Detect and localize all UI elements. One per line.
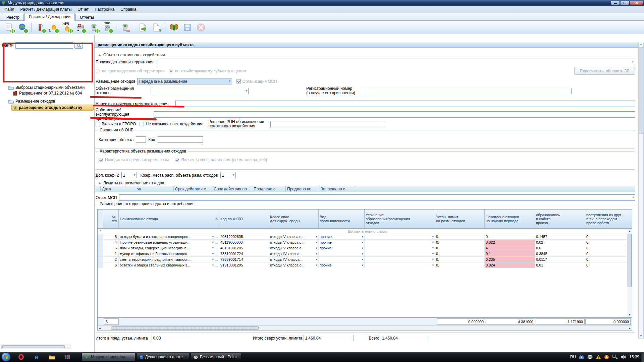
cell-num[interactable]: 6 <box>103 262 119 268</box>
msp-report-combo[interactable] <box>119 194 635 201</box>
coef2-select[interactable]: 1 <box>121 172 137 178</box>
scroll-down-icon[interactable] <box>639 334 643 338</box>
cell-accumulated[interactable]: 0.1 <box>485 251 535 256</box>
cell-received[interactable]: 0. <box>585 262 632 268</box>
cell-num[interactable]: 3 <box>103 234 119 239</box>
taskbar-button-module[interactable]: Модуль природопо... <box>82 353 135 361</box>
cell-industry[interactable]: прочие <box>319 262 365 268</box>
explorer-folder-icon[interactable] <box>46 352 58 362</box>
table-row[interactable]: 2смет с территории предприятия малооп...… <box>98 257 632 262</box>
ellipsis-button[interactable] <box>214 252 218 256</box>
coef-place-select[interactable]: 1 <box>220 172 236 178</box>
cell-fkko[interactable]: 46101001205 <box>219 245 269 251</box>
cell-fkko[interactable]: 43119000000 <box>219 240 269 245</box>
cell-hazard-class[interactable]: отходы IV класса... <box>269 251 319 256</box>
export-document-icon[interactable] <box>137 22 149 33</box>
add-waste-placement-icon[interactable]: ♻ <box>88 22 100 33</box>
export-excel-icon[interactable]: x <box>151 22 162 33</box>
cell-received[interactable]: 0. <box>585 240 632 245</box>
maximize-button[interactable] <box>620 1 629 5</box>
polygon-checkbox[interactable] <box>175 158 179 162</box>
show-desktop-button[interactable] <box>641 352 644 362</box>
cell-clarification[interactable] <box>365 234 435 239</box>
menu-item-file[interactable]: Файл <box>1 6 17 12</box>
tab-registry[interactable]: Реестр <box>2 14 24 20</box>
cell-hazard-class[interactable]: отходы V класса о... <box>269 262 319 268</box>
menu-item-help[interactable]: Справка <box>117 6 139 12</box>
menu-item-settings[interactable]: Настройка <box>92 6 117 12</box>
table-row[interactable]: 3отходы бумаги и картона от канцелярск..… <box>98 234 632 240</box>
clock[interactable]: 15:39 <box>629 355 639 359</box>
cell-num[interactable]: 5 <box>103 245 119 251</box>
cell-name[interactable]: отходы бумаги и картона от канцелярск... <box>119 234 219 239</box>
radio-by-territory[interactable] <box>96 69 100 73</box>
tab-reports[interactable]: Отчеты <box>75 14 98 20</box>
cell-name[interactable]: смет с территории предприятия малооп... <box>119 257 219 262</box>
vscroll-thumb[interactable] <box>639 47 643 134</box>
object-placement-combo[interactable] <box>151 88 249 94</box>
cell-accumulated[interactable]: 4. <box>485 245 535 251</box>
table-row[interactable]: 1мусор от офисных и бытовых помещен...73… <box>98 251 632 257</box>
ellipsis-button[interactable] <box>214 240 218 244</box>
ellipsis-button[interactable] <box>214 257 218 261</box>
cell-clarification[interactable] <box>365 262 435 268</box>
prom-zone-checkbox[interactable] <box>99 158 103 162</box>
cell-limit[interactable]: 0. <box>435 251 485 256</box>
groro-checkbox[interactable] <box>96 122 100 126</box>
section-limits[interactable]: Лимиты на размещение отходов <box>98 181 164 185</box>
cell-received[interactable]: 0. <box>585 251 632 256</box>
category-input[interactable] <box>136 136 146 143</box>
scroll-right-icon[interactable] <box>628 326 632 330</box>
cell-fkko[interactable]: 73339001714 <box>219 257 269 262</box>
cell-produced[interactable]: 0.6 <box>535 245 585 251</box>
tab-calculations[interactable]: Расчеты / Декларации <box>24 13 75 21</box>
tree-item-waste-placement-selected[interactable]: ♻ размещение отходов хозяйству <box>11 105 94 111</box>
add-calculation-icon[interactable] <box>3 22 15 33</box>
tree-folder-emissions[interactable]: Выбросы стационарными объектами <box>8 84 85 90</box>
avast-tray-icon[interactable] <box>604 354 609 360</box>
cell-hazard-class[interactable]: отходы V класса о... <box>269 245 319 251</box>
add-water-discharge-icon[interactable] <box>75 22 86 33</box>
app-grid-icon[interactable] <box>62 352 73 362</box>
cell-name[interactable]: Прочие резиновые изделия, утративши... <box>119 240 219 245</box>
cell-hazard-class[interactable]: отходы IV класса... <box>269 257 319 262</box>
address-input[interactable] <box>175 101 635 107</box>
warning-tray-icon[interactable] <box>596 354 601 360</box>
grand-total-input[interactable] <box>381 335 428 341</box>
security-tray-icon[interactable] <box>579 354 584 360</box>
network-tray-icon[interactable] <box>612 354 618 360</box>
cell-num[interactable]: 1 <box>103 251 119 256</box>
owner-input[interactable] <box>154 111 635 118</box>
minimize-button[interactable] <box>611 1 620 5</box>
recalc-button[interactable]: Пересчитать, обновить ЗВ <box>574 67 635 75</box>
scroll-up-icon[interactable] <box>639 42 643 47</box>
cell-name[interactable]: мусор от офисных и бытовых помещен... <box>119 251 219 256</box>
cell-received[interactable]: 0. <box>585 245 632 251</box>
scroll-up-icon[interactable] <box>627 229 632 233</box>
ellipsis-button[interactable] <box>214 263 218 267</box>
cell-industry[interactable] <box>319 257 365 262</box>
limits-table-header[interactable]: Дата № Срок действия с Срок действия по … <box>95 186 635 192</box>
rpn-emblem-icon[interactable] <box>168 22 180 33</box>
cell-accumulated[interactable]: 0.024 <box>485 262 535 268</box>
internet-explorer-icon[interactable]: e <box>31 352 42 362</box>
cell-limit[interactable]: 0. <box>435 262 485 268</box>
cell-industry[interactable]: прочие <box>319 245 365 251</box>
cell-produced[interactable]: 0.0117 <box>535 257 585 262</box>
cell-fkko[interactable]: 40512202605 <box>219 234 269 239</box>
sidebar-horizontal-scrollbar[interactable] <box>1 345 70 349</box>
cell-clarification[interactable] <box>365 240 435 245</box>
add-torch-5pct-icon[interactable]: >5% <box>61 22 73 33</box>
add-new-row[interactable]: * Добавить новую строку <box>98 229 632 234</box>
menu-item-report[interactable]: Отчет <box>74 6 92 12</box>
add-air-emission-source-icon[interactable] <box>35 22 46 33</box>
regnum-input[interactable] <box>362 88 572 94</box>
cell-limit[interactable]: 0. <box>435 245 485 251</box>
radio-by-subject[interactable] <box>169 69 173 73</box>
cell-accumulated[interactable]: 0.022 <box>485 240 535 245</box>
vscroll-thumb[interactable] <box>628 234 632 287</box>
hscroll-thumb[interactable] <box>111 326 259 330</box>
close-button[interactable] <box>630 1 643 5</box>
rpn-input[interactable] <box>270 121 385 127</box>
tree-item-permit[interactable]: Разрешение от 07.12.2012 № 604 <box>13 90 82 96</box>
